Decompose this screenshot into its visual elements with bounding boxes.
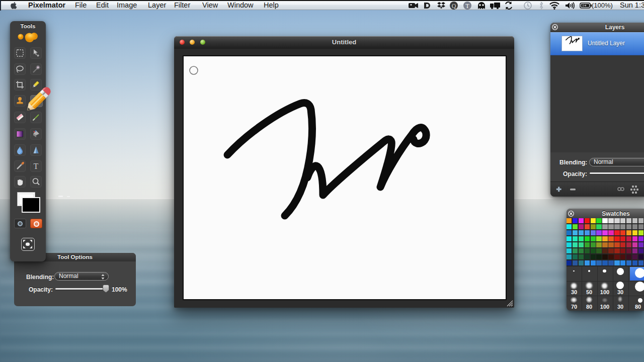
svg-text:Q: Q <box>452 3 456 10</box>
svg-text:T: T <box>34 162 39 170</box>
svg-text:T: T <box>465 3 469 10</box>
